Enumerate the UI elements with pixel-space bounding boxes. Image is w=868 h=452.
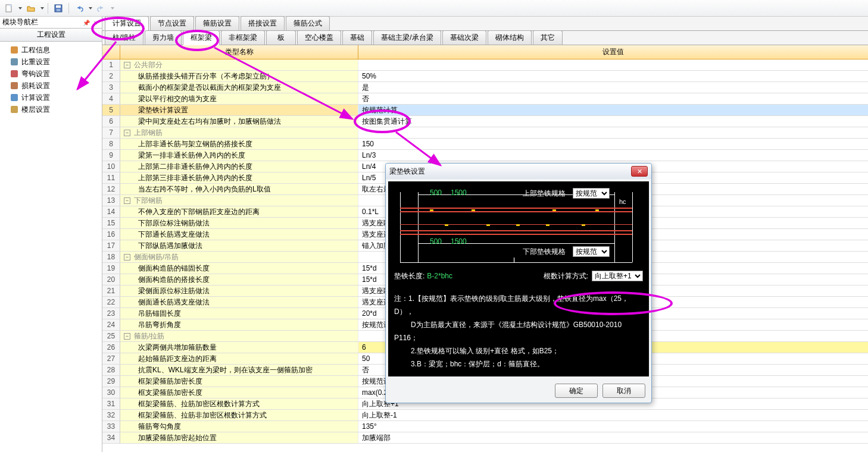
collapse-icon[interactable]: − xyxy=(124,254,130,260)
row-label-cell[interactable]: −侧面钢筋/吊筋 xyxy=(120,252,358,262)
collapse-icon[interactable]: − xyxy=(124,333,130,340)
open-dropdown-icon[interactable] xyxy=(40,7,44,10)
nav-item[interactable]: 比重设置 xyxy=(0,56,102,68)
table-row[interactable]: 8 上部非通长筋与架立钢筋的搭接长度 150 xyxy=(102,139,868,150)
row-label-cell[interactable]: −箍筋/拉筋 xyxy=(120,331,358,341)
subtab[interactable]: 基础次梁 xyxy=(442,30,486,45)
row-label-cell[interactable]: 起始箍筋距支座边的距离 xyxy=(120,353,358,364)
row-label-cell[interactable]: 梁以平行相交的墙为支座 xyxy=(120,93,358,104)
redo-dropdown-icon[interactable] xyxy=(111,7,114,10)
row-value-cell[interactable] xyxy=(358,127,868,138)
row-label-cell[interactable]: 纵筋搭接接头错开百分率（不考虑架立筋） xyxy=(120,71,358,81)
subtab[interactable]: 框架梁 xyxy=(183,30,220,45)
row-label-cell[interactable]: 框架梁箍筋加密长度 xyxy=(120,376,358,387)
row-label-cell[interactable]: −上部钢筋 xyxy=(120,127,358,138)
row-label-cell[interactable]: 框架梁箍筋、拉筋非加密区根数计算方式 xyxy=(120,410,358,420)
new-dropdown-icon[interactable] xyxy=(18,7,22,10)
row-label-cell[interactable]: 梁中间支座处左右均有加腋时，加腋钢筋做法 xyxy=(120,116,358,127)
collapse-icon[interactable]: − xyxy=(124,130,130,136)
table-row[interactable]: 5 梁垫铁计算设置 按规范计算 xyxy=(102,105,868,116)
row-label-cell[interactable]: 框架梁箍筋、拉筋加密区根数计算方式 xyxy=(120,398,358,409)
row-label-cell[interactable]: 次梁两侧共增加箍筋数量 xyxy=(120,342,358,353)
row-value-cell[interactable] xyxy=(358,59,868,70)
row-label-cell[interactable]: 下部通长筋遇支座做法 xyxy=(120,229,358,240)
undo-dropdown-icon[interactable] xyxy=(89,7,92,10)
subtab[interactable]: 柱/墙柱 xyxy=(105,30,143,45)
nav-item[interactable]: 工程信息 xyxy=(0,44,102,56)
grid-col-type[interactable]: 类型名称 xyxy=(120,45,358,59)
row-label-cell[interactable]: 加腋梁箍筋加密起始位置 xyxy=(120,432,358,443)
collapse-icon[interactable]: − xyxy=(124,197,130,204)
table-row[interactable]: 3 截面小的框架梁是否以截面大的框架梁为支座 是 xyxy=(102,82,868,93)
row-value-cell[interactable]: 150 xyxy=(358,139,868,149)
undo-icon[interactable] xyxy=(73,2,86,15)
collapse-icon[interactable]: − xyxy=(124,62,130,68)
row-value-cell[interactable]: Ln/3 xyxy=(358,150,868,161)
subtab[interactable]: 空心楼盖 xyxy=(297,30,341,45)
nav-item[interactable]: 计算设置 xyxy=(0,92,102,103)
subtab[interactable]: 基础主梁/承台梁 xyxy=(373,30,441,45)
row-label-cell[interactable]: 上部第二排非通长筋伸入跨内的长度 xyxy=(120,161,358,172)
nav-section-button[interactable]: 工程设置 xyxy=(0,29,102,42)
row-label-cell[interactable]: 上部第三排非通长筋伸入跨内的长度 xyxy=(120,172,358,183)
table-row[interactable]: 32 框架梁箍筋、拉筋非加密区根数计算方式 向上取整-1 xyxy=(102,410,868,421)
close-icon[interactable]: × xyxy=(92,19,99,26)
table-row[interactable]: 9 梁第一排非通长筋伸入跨内的长度 Ln/3 xyxy=(102,150,868,161)
subtab[interactable]: 剪力墙 xyxy=(145,30,182,45)
row-label-cell[interactable]: 抗震KL、WKL端支座为梁时，则在该支座一侧箍筋加密 xyxy=(120,365,358,375)
row-label-cell[interactable]: −公共部分 xyxy=(120,59,358,70)
dialog-close-icon[interactable]: ✕ xyxy=(631,166,648,177)
table-row[interactable]: 2 纵筋搭接接头错开百分率（不考虑架立筋） 50% xyxy=(102,71,868,82)
tab[interactable]: 节点设置 xyxy=(150,16,194,30)
row-value-cell[interactable]: 加腋端部 xyxy=(358,432,868,443)
row-label-cell[interactable]: 不伸入支座的下部钢筋距支座边的距离 xyxy=(120,206,358,217)
subtab[interactable]: 砌体结构 xyxy=(488,30,532,45)
row-value-cell[interactable]: 50% xyxy=(358,71,868,81)
row-label-cell[interactable]: 下部纵筋遇加腋做法 xyxy=(120,240,358,251)
redo-icon[interactable] xyxy=(95,2,108,15)
row-label-cell[interactable]: 侧面通长筋遇支座做法 xyxy=(120,297,358,307)
tab[interactable]: 搭接设置 xyxy=(241,16,285,30)
tab[interactable]: 计算设置 xyxy=(105,16,149,31)
count-mode-select[interactable]: 向上取整+1 xyxy=(592,271,643,281)
grid-col-value[interactable]: 设置值 xyxy=(358,45,868,59)
tab[interactable]: 箍筋公式 xyxy=(286,16,330,30)
subtab[interactable]: 非框架梁 xyxy=(221,30,265,45)
nav-item[interactable]: 弯钩设置 xyxy=(0,68,102,80)
nav-item[interactable]: 楼层设置 xyxy=(0,103,102,115)
row-label-cell[interactable]: 箍筋弯勾角度 xyxy=(120,421,358,432)
row-label-cell[interactable]: 当左右跨不等时，伸入小跨内负筋的L取值 xyxy=(120,184,358,194)
folder-open-icon[interactable] xyxy=(24,2,38,15)
row-label-cell[interactable]: 下部原位标注钢筋做法 xyxy=(120,218,358,228)
bottom-spec-select[interactable]: 按规范 xyxy=(573,246,610,257)
row-value-cell[interactable]: 135° xyxy=(358,421,868,432)
table-row[interactable]: 34 加腋梁箍筋加密起始位置 加腋端部 xyxy=(102,432,868,444)
row-label-cell[interactable]: 侧面构造筋的锚固长度 xyxy=(120,263,358,274)
subtab[interactable]: 其它 xyxy=(533,30,563,45)
table-row[interactable]: 1 −公共部分 xyxy=(102,59,868,71)
row-label-cell[interactable]: 梁侧面原位标注筋做法 xyxy=(120,285,358,296)
row-value-cell[interactable]: 按规范计算 xyxy=(358,105,868,115)
subtab[interactable]: 板 xyxy=(266,30,296,45)
row-value-cell[interactable]: 按图集贯通计算 xyxy=(358,116,868,127)
table-row[interactable]: 33 箍筋弯勾角度 135° xyxy=(102,421,868,432)
row-value-cell[interactable]: 否 xyxy=(358,93,868,104)
save-icon[interactable] xyxy=(52,2,65,15)
table-row[interactable]: 4 梁以平行相交的墙为支座 否 xyxy=(102,93,868,105)
cancel-button[interactable]: 取消 xyxy=(602,384,645,398)
nav-item[interactable]: 损耗设置 xyxy=(0,80,102,92)
table-row[interactable]: 6 梁中间支座处左右均有加腋时，加腋钢筋做法 按图集贯通计算 xyxy=(102,116,868,127)
dialog-titlebar[interactable]: 梁垫铁设置 ✕ xyxy=(386,164,651,179)
row-label-cell[interactable]: 吊筋弯折角度 xyxy=(120,319,358,330)
row-label-cell[interactable]: 框支梁箍筋加密长度 xyxy=(120,387,358,398)
row-label-cell[interactable]: −下部钢筋 xyxy=(120,195,358,206)
row-label-cell[interactable]: 截面小的框架梁是否以截面大的框架梁为支座 xyxy=(120,82,358,93)
tab[interactable]: 箍筋设置 xyxy=(195,16,239,30)
row-label-cell[interactable]: 吊筋锚固长度 xyxy=(120,308,358,319)
ok-button[interactable]: 确定 xyxy=(555,384,598,398)
table-row[interactable]: 7 −上部钢筋 xyxy=(102,127,868,139)
row-label-cell[interactable]: 梁第一排非通长筋伸入跨内的长度 xyxy=(120,150,358,161)
top-spec-select[interactable]: 按规范 xyxy=(573,188,610,199)
row-label-cell[interactable]: 梁垫铁计算设置 xyxy=(120,105,358,115)
subtab[interactable]: 基础 xyxy=(342,30,372,45)
